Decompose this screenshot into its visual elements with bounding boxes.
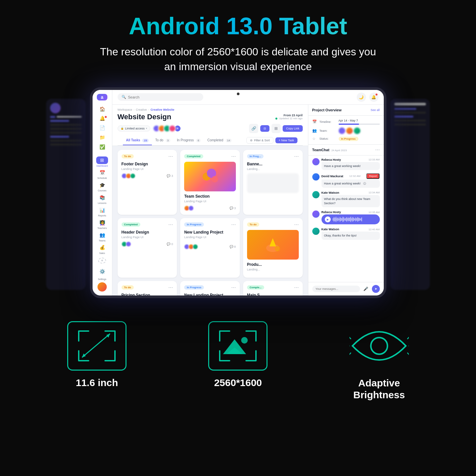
project-action-buttons: 🔗 ⊟ ⊞ Copy Link xyxy=(249,124,302,133)
card-image-art xyxy=(263,235,283,255)
svg-line-17 xyxy=(350,334,351,339)
card-menu-button[interactable]: ⋯ xyxy=(231,285,236,290)
project-title: Website Design xyxy=(118,113,171,121)
tab-completed[interactable]: Completed 14 xyxy=(204,136,235,145)
link-button[interactable]: 🔗 xyxy=(249,124,258,133)
card-menu-button[interactable]: ⋯ xyxy=(168,285,173,290)
report-button[interactable]: Report xyxy=(366,173,379,179)
star-icon: ☆ xyxy=(312,137,317,141)
card-menu-button[interactable]: ⋯ xyxy=(231,154,236,159)
tab-completed-count: 14 xyxy=(226,139,232,142)
search-bar[interactable]: 🔍 xyxy=(118,93,203,101)
card-comments: 💬 0 xyxy=(167,242,173,246)
sidebar-avatar[interactable] xyxy=(98,282,107,292)
project-updated: Updated 12 min ago xyxy=(275,117,302,120)
avatar-group: + xyxy=(153,125,181,132)
task-card-footer-design: To do ⋯ Footer Design Landing Page UI xyxy=(118,150,177,215)
sidebar-item-folder[interactable]: 📁 xyxy=(96,134,108,141)
team-avatar-2 xyxy=(346,127,353,134)
sidebar-item-reports[interactable]: 📊 xyxy=(96,206,108,214)
sidebar-settings-icon[interactable]: ⚙️ xyxy=(96,266,108,277)
card-status: To do xyxy=(122,285,134,290)
card-menu-button[interactable]: ⋯ xyxy=(294,222,299,227)
grid-view-button[interactable]: ⊞ xyxy=(271,124,281,133)
overview-section: 📅 Timeline: Apr 14 - May 7 xyxy=(308,116,384,145)
chat-time: 12:40 AM xyxy=(369,228,380,231)
send-button[interactable]: ➤ xyxy=(372,285,380,293)
chat-time: 12:32 AM xyxy=(349,175,360,178)
sidebar-item-sales[interactable]: 💰 xyxy=(96,244,108,251)
notification-icon[interactable]: 🔔 xyxy=(369,93,378,102)
card-menu-button[interactable]: ⋯ xyxy=(231,222,236,227)
card-menu-button[interactable]: ⋯ xyxy=(294,285,299,290)
card-header: Comple... ⋯ xyxy=(247,285,299,290)
sidebar-item-courses[interactable]: 🎓 xyxy=(96,181,108,189)
moon-icon[interactable]: 🌙 xyxy=(357,93,366,102)
sidebar-item-home[interactable]: 🏠 xyxy=(96,105,108,113)
chat-bubble: Have a great working week! xyxy=(322,162,380,170)
tablet-frame: a 🏠 🔔 📄 📁 ✅ ⊞ Dashboard 📅 Schedule 🎓 Cou… xyxy=(90,87,386,298)
sidebar-item-check[interactable]: ✅ xyxy=(96,143,108,151)
breadcrumb-creative[interactable]: Creative xyxy=(136,108,147,111)
copy-link-button[interactable]: Copy Link xyxy=(283,125,302,132)
chat-header-row: Rebeca Hosty 12:33 AM xyxy=(322,158,380,161)
chat-header-row: Devid Mackurat 12:32 AM Report xyxy=(322,173,380,179)
tablet-camera xyxy=(237,93,239,95)
feature-resolution-icon-box xyxy=(208,321,267,371)
comment-icon: 💬 xyxy=(230,245,233,248)
teamchat-menu-button[interactable]: ⋯ xyxy=(375,147,380,153)
resolution-icon-svg xyxy=(216,328,259,364)
breadcrumb-sep2: › xyxy=(148,108,149,111)
tab-all-tasks[interactable]: All Tasks 23 xyxy=(123,136,152,145)
feature-size-icon-box xyxy=(67,321,126,371)
card-menu-button[interactable]: ⋯ xyxy=(168,154,173,159)
chat-content-3: Kate Watson 12:34 AM What do you think a… xyxy=(322,191,380,207)
tablet-section: a 🏠 🔔 📄 📁 ✅ ⊞ Dashboard 📅 Schedule 🎓 Cou… xyxy=(0,81,476,308)
comment-icon: 💬 xyxy=(167,242,170,246)
sidebar-item-bell[interactable]: 🔔 xyxy=(96,115,108,122)
new-task-button[interactable]: + New Task xyxy=(275,137,297,143)
audio-waveform[interactable]: ▶ xyxy=(322,214,380,224)
search-input[interactable] xyxy=(128,95,199,99)
breadcrumb: Workspace › Creative › Creative Website xyxy=(118,108,303,111)
side-panel-right xyxy=(390,99,430,290)
tab-inprogress[interactable]: In Progress 6 xyxy=(174,136,204,145)
sidebar-item-lessons[interactable]: 📚 xyxy=(96,194,108,201)
chat-time: 12:34 AM xyxy=(369,191,380,194)
mic-icon[interactable]: 🎤 xyxy=(362,285,370,293)
tab-todo[interactable]: To do 3 xyxy=(152,136,174,145)
card-title: New Landing Project xyxy=(184,230,236,235)
sidebar-item-dashboard[interactable]: ⊞ xyxy=(96,156,108,164)
card-title: Produ... xyxy=(247,262,299,267)
tasks-grid: To do ⋯ Footer Design Landing Page UI xyxy=(112,146,308,295)
play-button[interactable]: ▶ xyxy=(325,216,331,222)
sidebar-item-teachers[interactable]: 👩‍🏫 xyxy=(96,219,108,226)
filter-sort-button[interactable]: ⊜ Filter & Sort xyxy=(246,137,273,144)
sidebar-item-doc[interactable]: 📄 xyxy=(96,124,108,132)
task-card-main-s: Comple... ⋯ Main S... Landing... xyxy=(243,281,303,295)
chat-messages: Rebeca Hosty 12:33 AM Have a great worki… xyxy=(308,155,384,282)
access-badge[interactable]: 🔒 Limited access ▾ xyxy=(118,126,151,131)
chat-header-row: Kate Watson 12:40 AM xyxy=(322,228,380,231)
chat-content-4: Rebeca Hosty 12:35 AM ▶ xyxy=(322,210,380,224)
card-comments: 💬 3 xyxy=(230,207,236,210)
breadcrumb-workspace[interactable]: Workspace xyxy=(118,108,132,111)
sidebar-add-button[interactable]: + xyxy=(98,258,106,264)
card-menu-button[interactable]: ⋯ xyxy=(294,154,299,159)
card-avatars xyxy=(184,206,194,211)
sidebar-label-sales: Sales xyxy=(99,252,105,254)
card-menu-button[interactable]: ⋯ xyxy=(168,222,173,227)
card-status: Completed xyxy=(122,222,140,227)
chat-input[interactable] xyxy=(312,286,360,292)
view-toggle-button[interactable]: ⊟ xyxy=(260,125,269,132)
card-title: New Landing Project xyxy=(184,293,236,295)
sidebar-item-schedule[interactable]: 📅 xyxy=(96,169,108,177)
sidebar-item-teams[interactable]: 👥 xyxy=(96,231,108,239)
card-title: Pricing Section xyxy=(122,293,173,295)
see-all-button[interactable]: See all xyxy=(371,108,380,112)
search-icon: 🔍 xyxy=(122,95,126,99)
task-card-new-landing-2: In Progress ⋯ New Landing Project Landin… xyxy=(180,281,240,295)
card-header: In Prog... ⋯ xyxy=(247,154,299,159)
project-header: Workspace › Creative › Creative Website … xyxy=(112,105,308,146)
sidebar-label-teachers: Teachers xyxy=(98,227,107,229)
